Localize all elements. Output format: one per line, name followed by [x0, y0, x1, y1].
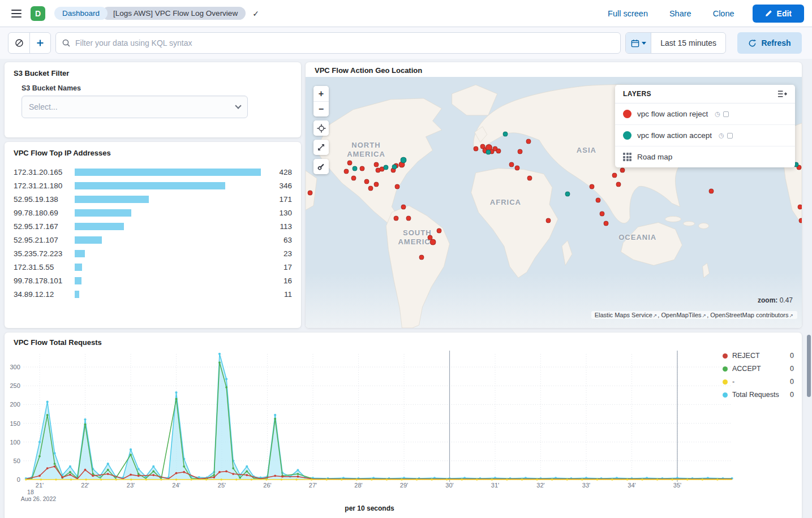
- map-point-reject[interactable]: [430, 239, 436, 245]
- reject-point: [84, 469, 87, 471]
- collapse-layers-icon[interactable]: [777, 90, 787, 98]
- ip-bar[interactable]: [75, 291, 79, 298]
- ip-bar[interactable]: [75, 223, 124, 230]
- legend-value: 0: [790, 352, 794, 360]
- scrollbar-thumb[interactable]: [807, 335, 811, 397]
- share-link[interactable]: Share: [669, 9, 691, 18]
- space-avatar[interactable]: D: [31, 6, 45, 21]
- map-point-reject[interactable]: [620, 167, 625, 172]
- map-point-accept[interactable]: [384, 165, 389, 170]
- map-point-reject[interactable]: [595, 197, 600, 202]
- map-point-reject[interactable]: [527, 176, 532, 181]
- map-point-accept[interactable]: [352, 166, 357, 171]
- ip-bar[interactable]: [75, 182, 225, 189]
- map-point-reject[interactable]: [343, 169, 349, 174]
- world-map[interactable]: NORTHAMERICASOUTHAMERICAAFRICAASIAOCEANI…: [306, 77, 802, 328]
- attribution-link[interactable]: OpenMapTiles: [661, 312, 701, 318]
- zoom-out-button[interactable]: −: [313, 101, 329, 116]
- map-point-accept[interactable]: [400, 157, 406, 163]
- map-point-reject[interactable]: [401, 204, 406, 209]
- attribution-link[interactable]: Elastic Maps Service: [595, 312, 652, 318]
- page-scrollbar[interactable]: [807, 335, 811, 518]
- legend-item[interactable]: REJECT0: [723, 352, 794, 360]
- ip-bar[interactable]: [75, 250, 85, 257]
- layer-item-road-map[interactable]: Road map: [615, 146, 795, 167]
- ip-bar-track: [75, 264, 266, 271]
- map-point-accept[interactable]: [392, 164, 397, 169]
- query-bar: Last 15 minutes Refresh: [0, 27, 812, 59]
- map-point-reject[interactable]: [374, 182, 379, 187]
- layer-item-reject[interactable]: vpc flow action reject ◷: [615, 103, 795, 125]
- refresh-button[interactable]: Refresh: [737, 32, 802, 54]
- edit-button[interactable]: Edit: [753, 5, 804, 23]
- map-point-reject[interactable]: [798, 204, 802, 209]
- map-point-reject[interactable]: [616, 182, 621, 187]
- full-screen-link[interactable]: Full screen: [608, 9, 648, 18]
- map-point-reject[interactable]: [604, 221, 609, 226]
- ip-bar[interactable]: [75, 264, 82, 271]
- menu-button[interactable]: [8, 4, 25, 23]
- zoom-in-button[interactable]: +: [313, 86, 329, 101]
- fit-to-data-button[interactable]: [313, 120, 329, 136]
- map-point-accept[interactable]: [486, 149, 491, 154]
- map-point-reject[interactable]: [419, 255, 424, 260]
- ip-bar[interactable]: [75, 196, 149, 203]
- map-point-reject[interactable]: [406, 215, 411, 221]
- map-point-reject[interactable]: [496, 148, 501, 153]
- map-point-reject[interactable]: [708, 189, 714, 194]
- map-point-accept[interactable]: [503, 131, 508, 136]
- map-point-reject[interactable]: [799, 218, 802, 223]
- map-point-reject[interactable]: [436, 228, 441, 234]
- legend-item[interactable]: Total Requests0: [723, 391, 794, 399]
- external-link-icon: ↗: [789, 313, 793, 318]
- x-tick-label: 29': [400, 482, 408, 489]
- total-requests-chart[interactable]: 05010015020025030021'22'23'24'25'26'27'2…: [5, 343, 734, 501]
- map-point-reject[interactable]: [364, 179, 369, 184]
- add-filter-button[interactable]: [29, 33, 50, 53]
- map-point-reject[interactable]: [517, 149, 522, 154]
- layer-item-accept[interactable]: vpc flow action accept ◷: [615, 125, 795, 146]
- legend-item[interactable]: ACCEPT0: [723, 365, 794, 373]
- breadcrumb-dashboard[interactable]: Dashboard: [54, 7, 108, 20]
- map-point-reject[interactable]: [394, 215, 399, 221]
- map-point-reject[interactable]: [545, 218, 551, 223]
- accept-point: [274, 418, 276, 420]
- s3-bucket-filter-panel: S3 Bucket Filter S3 Bucket Names Select.…: [5, 62, 301, 137]
- checkbox-icon[interactable]: [727, 133, 733, 139]
- legend-item[interactable]: -0: [723, 378, 794, 386]
- total-requests-point: [84, 418, 86, 421]
- map-point-reject[interactable]: [351, 176, 356, 181]
- ip-value: 17: [266, 263, 292, 271]
- map-point-reject[interactable]: [359, 166, 364, 171]
- map-point-accept[interactable]: [565, 192, 570, 197]
- map-point-reject[interactable]: [347, 160, 353, 165]
- map-point-reject[interactable]: [368, 185, 373, 191]
- breadcrumb-current[interactable]: [Logs AWS] VPC Flow Log Overview: [102, 7, 246, 20]
- filter-options-button[interactable]: [8, 33, 29, 53]
- map-point-reject[interactable]: [612, 173, 617, 178]
- s3-bucket-select[interactable]: Select...: [22, 96, 248, 118]
- expand-map-button[interactable]: [313, 140, 329, 155]
- map-point-reject[interactable]: [599, 211, 604, 217]
- accept-point: [138, 473, 140, 475]
- map-point-reject[interactable]: [514, 165, 519, 170]
- checkbox-icon[interactable]: [723, 111, 729, 117]
- map-point-reject[interactable]: [307, 190, 312, 195]
- map-point-reject[interactable]: [395, 184, 400, 189]
- ip-bar[interactable]: [75, 209, 131, 217]
- ip-bar[interactable]: [75, 277, 81, 284]
- kql-search-input[interactable]: [75, 38, 615, 48]
- ip-bar[interactable]: [75, 169, 261, 176]
- map-tools-button[interactable]: [313, 159, 329, 174]
- map-point-reject[interactable]: [509, 162, 514, 167]
- map-point-reject[interactable]: [526, 139, 531, 144]
- ip-bar[interactable]: [75, 236, 102, 244]
- map-point-reject[interactable]: [374, 162, 379, 167]
- calendar-button[interactable]: [626, 33, 651, 53]
- attribution-link[interactable]: OpenStreetMap contributors: [710, 312, 788, 318]
- clone-link[interactable]: Clone: [713, 9, 734, 18]
- map-point-reject[interactable]: [473, 146, 478, 151]
- time-range-button[interactable]: Last 15 minutes: [651, 33, 725, 53]
- x-tick-label: 31': [491, 482, 499, 489]
- map-point-reject[interactable]: [590, 184, 595, 189]
